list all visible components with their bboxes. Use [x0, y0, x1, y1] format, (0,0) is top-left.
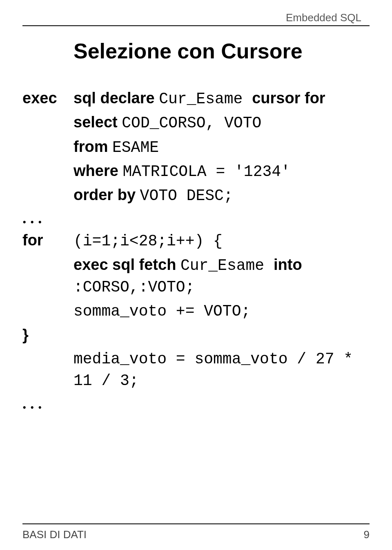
code-row: . . .: [22, 209, 370, 227]
code-line: (i=1;i<28;i++) {: [74, 230, 370, 252]
literal: media_voto = somma_voto / 27 * 11 / 3;: [74, 350, 353, 390]
code-line: [74, 394, 370, 413]
code-line: somma_voto += VOTO;: [74, 300, 370, 322]
code-line: select COD_CORSO, VOTO: [74, 112, 370, 134]
code-label: [22, 136, 74, 158]
literal: MATRICOLA = '1234': [122, 163, 290, 180]
literal: somma_voto += VOTO;: [74, 303, 250, 320]
code-row: somma_voto += VOTO;: [22, 300, 370, 322]
code-line: [74, 209, 370, 227]
code-label: . . .: [22, 394, 74, 413]
slide-title: Selezione con Cursore: [74, 39, 303, 63]
code-row: media_voto = somma_voto / 27 * 11 / 3;: [22, 348, 370, 392]
top-divider: [22, 25, 370, 26]
code-label: [22, 112, 74, 134]
code-row: }: [22, 325, 370, 345]
literal: Cur_Esame: [159, 90, 252, 108]
literal: :CORSO,:VOTO;: [74, 278, 194, 296]
code-line: [74, 325, 370, 345]
code-line: exec sql fetch Cur_Esame into :CORSO,:VO…: [74, 254, 370, 298]
code-label: }: [22, 325, 74, 345]
literal: (i=1;i<28;i++) {: [74, 232, 223, 250]
code-row: . . .: [22, 394, 370, 413]
code-row: order by VOTO DESC;: [22, 185, 370, 206]
code-block: execsql declare Cur_Esame cursor forsele…: [22, 88, 370, 415]
code-row: select COD_CORSO, VOTO: [22, 112, 370, 134]
code-line: where MATRICOLA = '1234': [74, 160, 370, 182]
header-topic: Embedded SQL: [286, 11, 361, 24]
code-row: for(i=1;i<28;i++) {: [22, 230, 370, 252]
keyword: sql declare: [74, 89, 159, 107]
code-label: [22, 185, 74, 206]
keyword: exec sql fetch: [74, 256, 180, 273]
code-label: [22, 348, 74, 392]
code-row: exec sql fetch Cur_Esame into :CORSO,:VO…: [22, 254, 370, 298]
keyword: select: [74, 114, 122, 131]
literal: VOTO DESC;: [140, 187, 233, 205]
keyword: order by: [74, 186, 140, 203]
literal: COD_CORSO, VOTO: [122, 114, 261, 132]
literal: ESAME: [112, 139, 159, 156]
code-row: execsql declare Cur_Esame cursor for: [22, 88, 370, 109]
code-label: [22, 254, 74, 298]
footer: BASI DI DATI 9: [22, 523, 370, 541]
code-label: [22, 300, 74, 322]
code-line: from ESAME: [74, 136, 370, 158]
keyword: cursor for: [252, 89, 325, 107]
code-line: media_voto = somma_voto / 27 * 11 / 3;: [74, 348, 370, 392]
footer-left: BASI DI DATI: [22, 528, 87, 541]
code-label: for: [22, 230, 74, 252]
keyword: from: [74, 138, 112, 155]
keyword: where: [74, 162, 122, 179]
literal: Cur_Esame: [180, 257, 274, 274]
code-row: from ESAME: [22, 136, 370, 158]
code-label: [22, 160, 74, 182]
bottom-divider: [22, 523, 370, 524]
footer-page-number: 9: [364, 528, 370, 541]
code-label: exec: [22, 88, 74, 109]
code-line: order by VOTO DESC;: [74, 185, 370, 206]
keyword: into: [274, 256, 302, 273]
code-line: sql declare Cur_Esame cursor for: [74, 88, 370, 109]
code-row: where MATRICOLA = '1234': [22, 160, 370, 182]
code-label: . . .: [22, 209, 74, 227]
